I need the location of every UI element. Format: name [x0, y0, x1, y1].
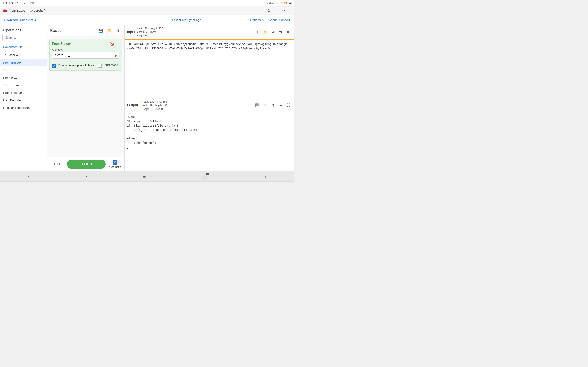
forward-button[interactable]: ›	[81, 172, 91, 181]
input-stat-length-right-label: length:	[151, 27, 158, 30]
output-stat-end-val: 132	[148, 104, 152, 107]
strict-mode-checkbox-item[interactable]: Strict mode	[98, 63, 118, 68]
bake-area: STEP BAKE! ✓ Auto Bake	[47, 157, 124, 171]
wifi-icon: 📶	[284, 2, 287, 4]
remove-non-alpha-checkbox-item[interactable]: ✓ Remove non-alphabet chars	[52, 63, 94, 68]
output-stat-time-val: 1ms	[163, 100, 167, 103]
output-section: Output ✨ start: 132 time: 1ms end: 132 l…	[125, 98, 294, 171]
bake-button[interactable]: BAKE!	[67, 160, 105, 169]
output-fullscreen-button[interactable]: ⛶	[285, 102, 292, 108]
output-stat-end-label: end:	[143, 104, 147, 107]
input-add-button[interactable]: +	[254, 29, 260, 35]
download-cyberchef-link[interactable]: Download CyberChef ⬇	[4, 18, 37, 22]
tabs-count-badge: 8	[206, 173, 209, 175]
about-label: About / Support	[269, 18, 290, 22]
input-section: Input start: 176 length: 176 end: 176 li…	[125, 25, 294, 98]
input-clear-button[interactable]: 🗑	[278, 29, 284, 35]
alphabet-select[interactable]: A-Za-z0-9-_	[52, 52, 119, 58]
browser-more-button[interactable]: ⋮	[278, 6, 291, 15]
sidebar-item-from-base64[interactable]: From Base64	[0, 59, 47, 66]
menu-button[interactable]: ≡	[139, 172, 150, 181]
download-label: Download CyberChef	[4, 18, 33, 22]
gear-icon: ⚙	[262, 18, 265, 22]
remove-non-alpha-checkbox[interactable]: ✓	[52, 64, 56, 68]
home-button[interactable]: ⌂	[259, 172, 270, 181]
search-input[interactable]	[2, 34, 44, 41]
bottom-nav-bottom: ≡ □ ‹	[0, 182, 294, 184]
sidebar-item-url-decode[interactable]: URL Decode	[0, 96, 47, 104]
output-textarea[interactable]: <?php $file_path = "/flag"; if (file_exi…	[125, 113, 294, 171]
browser-tab: 🧰 From Base64 - CyberChef	[3, 9, 260, 12]
options-label: Options	[250, 18, 261, 22]
recipe-open-button[interactable]: 📁	[106, 27, 112, 34]
recent-apps-button[interactable]: □	[142, 183, 153, 184]
op-pause-button[interactable]: ⏸	[116, 42, 119, 46]
op-disable-button[interactable]: 🚫	[109, 42, 114, 46]
input-open-button[interactable]: 📁	[262, 29, 268, 35]
sidebar-item-to-hexdump[interactable]: To Hexdump	[0, 81, 47, 89]
tab-favicon: 🧰	[3, 9, 7, 12]
output-title: Output	[127, 103, 138, 108]
sidebar-title: Operations	[0, 25, 47, 34]
strict-mode-label: Strict mode	[104, 63, 118, 67]
input-stat-lines-val: 1	[156, 31, 158, 33]
sidebar-item-to-hex[interactable]: To Hex	[0, 66, 47, 74]
op-card-actions: 🚫 ⏸	[109, 42, 119, 46]
output-save-button[interactable]: 💾	[254, 102, 260, 108]
tabs-button[interactable]: ⬜ 8	[198, 172, 211, 181]
input-import-button[interactable]: ⬇	[270, 29, 276, 35]
strict-mode-checkbox[interactable]	[98, 64, 102, 68]
browser-refresh-button[interactable]: ↻	[263, 6, 275, 15]
input-title: Input	[127, 30, 135, 34]
app-header-left: Download CyberChef ⬇	[4, 18, 123, 22]
input-stat-length-right-val: 176	[159, 27, 163, 30]
output-actions: 💾 ⧉ ⬆ ↩ ⛶	[254, 102, 292, 108]
system-back-button[interactable]: ‹	[241, 183, 250, 184]
input-layout-button[interactable]: ⊞	[285, 29, 292, 35]
back-button[interactable]: ‹	[24, 172, 34, 181]
status-date: 9月8日 周五	[15, 1, 29, 5]
output-stat-length-left-val: 0	[151, 108, 152, 110]
app-header-right: Options ⚙ About / Support	[250, 18, 290, 22]
remove-non-alpha-label: Remove non-alphabet chars	[58, 63, 94, 67]
auto-bake-label: Auto Bake	[109, 165, 121, 168]
output-undo-button[interactable]: ↩	[278, 102, 284, 108]
input-stats: start: 176 length: 176 end: 176 lines: 1…	[137, 26, 252, 38]
sidebar-item-from-hex[interactable]: From Hex	[0, 74, 47, 81]
sidebar-item-to-base64[interactable]: To Base64	[0, 51, 47, 59]
recipe-header: Recipe 💾 📁 🗑	[47, 25, 124, 36]
recipe-panel: Recipe 💾 📁 🗑 From Base64 🚫 ⏸ Alphabet	[47, 25, 125, 171]
output-stat-time-label: time:	[157, 100, 162, 103]
recipe-body: From Base64 🚫 ⏸ Alphabet A-Za-z0-9-_ ▼ ✓	[47, 36, 124, 157]
input-stat-start-label: start:	[137, 27, 143, 30]
bottom-nav-top: ‹ › ≡ ⬜ 8 ⌂	[0, 171, 294, 182]
sidebar: Operations Favourites ★ To Base64 From B…	[0, 25, 47, 171]
input-textarea[interactable]: PD9waHAKJGZpbGVfcGF0aCA9ICIvZmxhZyI7Cmlm…	[125, 39, 294, 98]
status-bar: 下午2:30 9月8日 周五 ⌨ ✦ 6.9K/s 🌙 * 📶 73	[0, 0, 294, 6]
sidebar-item-favourites[interactable]: Favourites ★	[0, 43, 47, 51]
output-stat-start-val: 132	[150, 100, 154, 103]
bluetooth-icon: *	[281, 2, 282, 4]
about-support-link[interactable]: About / Support	[269, 18, 290, 22]
step-button[interactable]: STEP	[50, 161, 64, 168]
options-link[interactable]: Options ⚙	[250, 18, 265, 22]
output-magic-icon: ✨	[140, 100, 143, 103]
sidebar-item-regular-expression[interactable]: Regular expression	[0, 104, 47, 111]
right-panel: Input start: 176 length: 176 end: 176 li…	[125, 25, 294, 171]
main-layout: Operations Favourites ★ To Base64 From B…	[0, 25, 294, 171]
recipe-delete-button[interactable]: 🗑	[114, 27, 121, 34]
moon-icon: 🌙	[276, 2, 279, 4]
output-export-button[interactable]: ⬆	[270, 102, 276, 108]
auto-bake-toggle[interactable]: ✓ Auto Bake	[109, 160, 121, 168]
sidebar-item-from-hexdump[interactable]: From Hexdump	[0, 89, 47, 96]
input-stat-start-val: 176	[143, 27, 147, 30]
output-copy-button[interactable]: ⧉	[262, 102, 268, 108]
network-speed: 6.9K/s	[267, 2, 274, 4]
sidebar-items: Favourites ★ To Base64 From Base64 To He…	[0, 43, 47, 171]
output-stat-length-right-val: 130	[163, 104, 167, 107]
output-stat-length-right-label: length:	[155, 104, 162, 107]
tab-title-text: From Base64 - CyberChef	[9, 9, 44, 12]
auto-bake-checkbox[interactable]: ✓	[113, 160, 117, 165]
hamburger-button[interactable]: ≡	[44, 183, 54, 184]
recipe-save-button[interactable]: 💾	[97, 27, 104, 34]
